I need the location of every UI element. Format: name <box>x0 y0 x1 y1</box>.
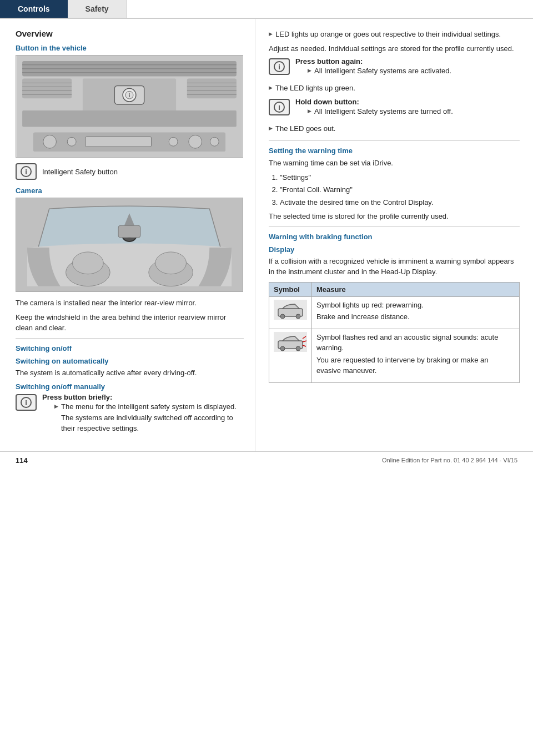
led-bullet-arrow <box>269 29 275 37</box>
table-header-symbol: Symbol <box>269 282 312 296</box>
led-bullet1-item: LED lights up orange or goes out respect… <box>269 29 520 40</box>
svg-rect-20 <box>22 110 237 127</box>
camera-section-title: Camera <box>16 187 244 195</box>
car-symbol-1 <box>274 300 307 320</box>
press-again-icon: i <box>269 58 290 75</box>
display-title: Display <box>269 245 520 254</box>
symbol-table: Symbol Measure <box>269 282 520 383</box>
press-briefly-icon: i <box>16 394 37 411</box>
svg-point-40 <box>280 314 285 319</box>
press-again-bullet1: All Intelligent Safety systems are activ… <box>308 65 520 77</box>
press-again-text-block: Press button again: All Intelligent Safe… <box>295 57 520 78</box>
press-again-arrow <box>308 65 314 74</box>
hold-down-text-block: Hold down button: All Intelligent Safety… <box>295 98 520 119</box>
svg-point-32 <box>155 252 187 274</box>
table-cell-symbol1 <box>269 296 312 329</box>
header-tabs: Controls Safety <box>0 0 533 19</box>
step-3: Activate the desired time on the Control… <box>280 197 520 208</box>
step-2: "Frontal Coll. Warning" <box>280 184 520 195</box>
press-again-bullet1-text: All Intelligent Safety systems are activ… <box>314 65 520 77</box>
isafety-icon: i <box>16 163 37 180</box>
press-briefly-icon-circle: i <box>21 397 32 408</box>
led-bullet1-text: LED lights up orange or goes out respect… <box>275 29 520 40</box>
table-cell-measure2: Symbol flashes red and an acoustic signa… <box>312 329 520 382</box>
steps-list: "Settings" "Frontal Coll. Warning" Activ… <box>280 172 520 208</box>
switching-auto-desc: The system is automatically active after… <box>16 367 244 379</box>
measure2-text1: Symbol flashes red and an acoustic signa… <box>316 332 515 354</box>
hold-down-arrow <box>308 106 314 114</box>
overview-title: Overview <box>16 29 244 38</box>
display-desc: If a collision with a recognized vehicle… <box>269 256 520 278</box>
svg-point-23 <box>67 137 76 146</box>
table-row: Symbol flashes red and an acoustic signa… <box>269 329 520 382</box>
measure1-text2: Brake and increase distance. <box>316 311 515 322</box>
bullet-arrow1 <box>54 401 61 410</box>
vehicle-image: i <box>16 55 243 158</box>
svg-rect-15 <box>187 79 237 99</box>
press-bullet1-text: The menu for the intelligent safety syst… <box>61 401 244 434</box>
led-green-item: The LED lights up green. <box>269 83 520 94</box>
divider3 <box>269 226 520 227</box>
svg-text:i: i <box>129 93 130 98</box>
adjust-desc: Adjust as needed. Individual settings ar… <box>269 43 520 54</box>
camera-desc2: Keep the windshield in the area behind t… <box>16 312 244 334</box>
left-column: Overview Button in the vehicle <box>0 19 255 451</box>
switching-auto-title: Switching on automatically <box>16 357 244 365</box>
step-1: "Settings" <box>280 172 520 183</box>
table-header-row: Symbol Measure <box>269 282 520 296</box>
switching-title: Switching on/off <box>16 344 244 352</box>
tab-controls[interactable]: Controls <box>0 0 68 18</box>
measure2-text2: You are requested to intervene by brakin… <box>316 355 515 376</box>
divider2 <box>269 140 520 141</box>
stored-desc: The selected time is stored for the prof… <box>269 211 520 222</box>
svg-point-45 <box>296 346 300 351</box>
table-row: Symbol lights up red: prewarning. Brake … <box>269 296 520 329</box>
led-green-arrow <box>269 83 275 91</box>
table-header-measure: Measure <box>312 282 520 296</box>
svg-point-44 <box>280 346 285 351</box>
footer-text: Online Edition for Part no. 01 40 2 964 … <box>382 457 517 463</box>
camera-svg <box>16 198 243 292</box>
vehicle-svg: i <box>16 56 243 157</box>
warning-time-title: Setting the warning time <box>269 147 520 155</box>
isafety-icon-circle: i <box>21 166 32 177</box>
led-green-text: The LED lights up green. <box>275 83 520 94</box>
car-symbol-2 <box>274 332 307 352</box>
svg-rect-37 <box>118 225 140 238</box>
press-bullet1-item: The menu for the intelligent safety syst… <box>54 401 244 434</box>
tab-safety[interactable]: Safety <box>68 0 127 18</box>
svg-point-30 <box>73 252 104 274</box>
hold-down-bullet1: All Intelligent Safety systems are turne… <box>308 106 520 117</box>
main-content: Overview Button in the vehicle <box>0 19 533 451</box>
divider1 <box>16 338 244 339</box>
table-cell-symbol2 <box>269 329 312 382</box>
svg-rect-5 <box>22 79 72 99</box>
svg-rect-24 <box>86 137 152 147</box>
press-again-block: i Press button again: All Intelligent Sa… <box>269 57 520 78</box>
camera-desc1: The camera is installed near the interio… <box>16 298 244 309</box>
svg-point-25 <box>169 137 178 146</box>
braking-title: Warning with braking function <box>269 233 520 241</box>
led-out-text: The LED goes out. <box>275 123 520 134</box>
footer-page-number: 114 <box>16 456 28 465</box>
press-briefly-text: Press button briefly: The menu for the i… <box>42 393 244 436</box>
camera-image <box>16 198 243 292</box>
press-briefly-block: i Press button briefly: The menu for the… <box>16 393 244 436</box>
svg-point-27 <box>210 137 219 146</box>
right-column: LED lights up orange or goes out respect… <box>255 19 533 451</box>
warning-time-desc: The warning time can be set via iDrive. <box>269 158 520 169</box>
hold-down-label: Hold down button: <box>295 98 359 106</box>
measure1-text1: Symbol lights up red: prewarning. <box>316 300 515 311</box>
svg-point-22 <box>43 135 57 148</box>
hold-down-block: i Hold down button: All Intelligent Safe… <box>269 98 520 119</box>
press-again-label: Press button again: <box>295 57 363 65</box>
svg-point-26 <box>189 135 202 148</box>
hold-down-icon-circle: i <box>274 102 285 113</box>
press-again-icon-circle: i <box>274 61 285 72</box>
hold-down-bullet1-text: All Intelligent Safety systems are turne… <box>314 106 520 117</box>
isafety-label-row: i Intelligent Safety button <box>16 163 244 180</box>
hold-down-icon: i <box>269 99 290 115</box>
svg-point-41 <box>296 314 300 319</box>
footer: 114 Online Edition for Part no. 01 40 2 … <box>0 451 533 469</box>
led-out-item: The LED goes out. <box>269 123 520 134</box>
